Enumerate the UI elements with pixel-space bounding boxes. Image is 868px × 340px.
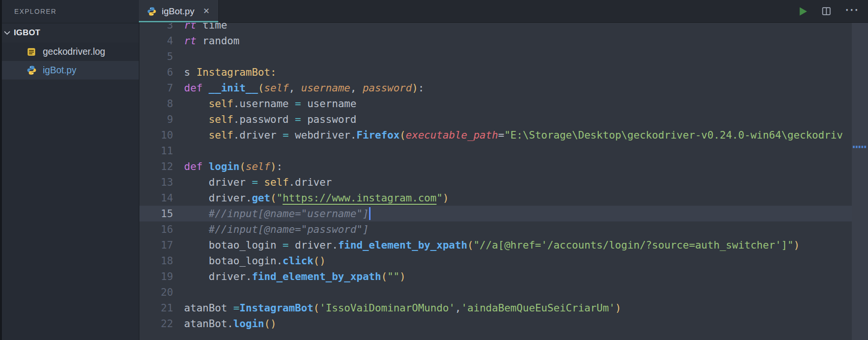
line-number[interactable]: 15 [139, 206, 173, 221]
python-icon [146, 6, 157, 17]
code-token: driver [184, 176, 252, 188]
code-token: botao_login [184, 239, 283, 251]
text-cursor [369, 207, 371, 220]
line-number[interactable]: 5 [139, 49, 173, 64]
line-number[interactable]: 19 [139, 269, 173, 284]
code-token: ( [400, 129, 406, 141]
code-line-21[interactable]: 21atanBot =InstagramBot('IssoVaiDominarO… [139, 300, 852, 316]
run-button[interactable] [798, 6, 808, 17]
code-token: __init__ [209, 82, 258, 94]
code-token: ( [313, 302, 320, 314]
line-number[interactable]: 3 [139, 22, 173, 33]
line-number[interactable]: 20 [139, 284, 173, 300]
code-token: self [245, 160, 270, 172]
code-token: https://www.instagram.com [283, 192, 437, 204]
code-token: ) [615, 302, 621, 314]
editor-group: igBot.py ✕ ⋯ 3rt t [139, 0, 868, 340]
line-number[interactable]: 14 [139, 190, 173, 206]
code-line-22[interactable]: 22atanBot.login() [139, 316, 852, 331]
code-token: executable_path [406, 129, 498, 141]
code-line-19[interactable]: 19 driver.find_element_by_xpath("") [139, 269, 852, 284]
code-token: .driver [234, 129, 283, 141]
code-line-11[interactable]: 11 [139, 143, 852, 159]
code-token: , [289, 82, 301, 94]
code-line-7[interactable]: 7def __init__(self, username, password): [139, 80, 852, 96]
code-text: def login(self): [184, 159, 283, 174]
line-number[interactable]: 18 [139, 253, 173, 269]
code-text: driver.find_element_by_xpath("") [184, 269, 406, 284]
minimap[interactable] [852, 22, 868, 340]
code-line-9[interactable]: 9 self.password = password [139, 111, 852, 127]
line-number[interactable]: 16 [139, 221, 173, 237]
code-token: #//input[@name="password"] [184, 223, 369, 235]
code-line-16[interactable]: 16 #//input[@name="password"] [139, 221, 852, 237]
code-token: ( [258, 82, 264, 94]
code-line-13[interactable]: 13 driver = self.driver [139, 174, 852, 190]
sidebar-item-igbot-py[interactable]: igBot.py [0, 61, 139, 80]
code-token: " [276, 192, 283, 204]
line-number[interactable]: 17 [139, 237, 173, 253]
explorer-header: EXPLORER [0, 0, 139, 23]
code-line-10[interactable]: 10 self.driver = webdriver.Firefox(execu… [139, 127, 852, 143]
code-line-14[interactable]: 14 driver.get("https://www.instagram.com… [139, 190, 852, 206]
split-editor-button[interactable] [821, 6, 831, 16]
code-token: password [362, 82, 412, 94]
line-number[interactable]: 21 [139, 300, 173, 316]
code-line-17[interactable]: 17 botao_login = driver.find_element_by_… [139, 237, 852, 253]
tab-igbot-py[interactable]: igBot.py ✕ [139, 0, 219, 22]
code-line-8[interactable]: 8 self.username = username [139, 96, 852, 111]
more-actions-icon[interactable]: ⋯ [845, 2, 859, 17]
code-line-12[interactable]: 12def login(self): [139, 159, 852, 174]
tab-bar: igBot.py ✕ ⋯ [139, 0, 868, 23]
line-number[interactable]: 4 [139, 33, 173, 49]
line-number[interactable]: 8 [139, 96, 173, 111]
code-token: = [234, 302, 240, 314]
code-line-15[interactable]: 15 #//input[@name="username"] [139, 206, 852, 221]
line-number[interactable]: 12 [139, 159, 173, 174]
code-token: ) [270, 160, 276, 172]
code-text: botao_login = driver.find_element_by_xpa… [184, 237, 800, 253]
line-number[interactable]: 7 [139, 80, 173, 96]
code-token: ( [381, 270, 387, 282]
code-line-4[interactable]: 4rt random [139, 33, 852, 49]
line-number[interactable]: 11 [139, 143, 173, 159]
code-token: = [498, 129, 504, 141]
code-token: 'IssoVaiDominarOMundo' [320, 302, 455, 314]
sidebar-item-geckodriver-log[interactable]: geckodriver.log [0, 42, 139, 61]
code-token: "E:\Storage\Desktop\geckodriver-v0.24.0-… [504, 129, 843, 141]
code-token: login [209, 160, 240, 172]
log-file-icon [26, 47, 37, 57]
code-token: 'aindaBemQueEuSeiCriarUm' [461, 302, 615, 314]
code-token: ( [270, 192, 276, 204]
code-token: driver. [184, 270, 252, 282]
code-line-5[interactable]: 5 [139, 49, 852, 64]
code-token: self [209, 129, 234, 141]
code-token: login [234, 318, 264, 330]
line-number[interactable]: 10 [139, 127, 173, 143]
code-line-6[interactable]: 6s InstagramBot: [139, 64, 852, 80]
code-line-18[interactable]: 18 botao_login.click() [139, 253, 852, 269]
code-token: atanBot. [184, 318, 234, 330]
line-number[interactable]: 22 [139, 316, 173, 331]
code-token: atanBot [184, 302, 234, 314]
explorer-title: EXPLORER [14, 8, 57, 15]
code-text: atanBot =InstagramBot('IssoVaiDominarOMu… [184, 300, 621, 316]
active-tab-underline [139, 21, 218, 22]
code-token: InstagramBot [240, 302, 313, 314]
line-number[interactable]: 13 [139, 174, 173, 190]
code-token: self [209, 113, 234, 125]
code-token: .driver [289, 176, 332, 188]
code-token: : [418, 82, 424, 94]
code-token [184, 129, 209, 141]
code-token: = [252, 176, 258, 188]
code-text: atanBot.login() [184, 316, 276, 331]
code-line-3[interactable]: 3rt time [139, 22, 852, 33]
sidebar-item-igbot-folder[interactable]: IGBOT [0, 23, 139, 42]
code-area[interactable]: 3rt time4rt random56s InstagramBot:7def … [139, 22, 852, 340]
folder-name: IGBOT [14, 28, 40, 38]
line-number[interactable]: 9 [139, 111, 173, 127]
code-token: Firefox [356, 129, 400, 141]
close-tab-icon[interactable]: ✕ [202, 6, 211, 16]
code-line-20[interactable]: 20 [139, 284, 852, 300]
line-number[interactable]: 6 [139, 64, 173, 80]
